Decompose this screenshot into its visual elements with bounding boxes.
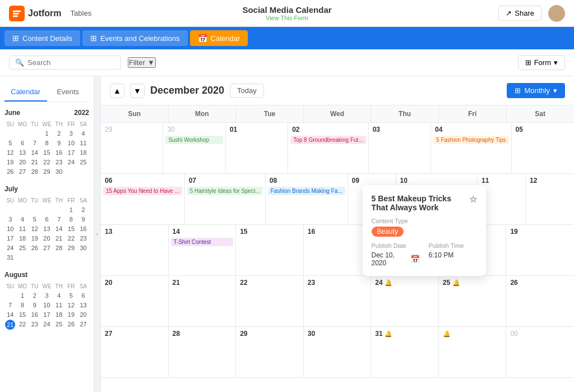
cal-week-3: 13 14 T-Shirt Contest 15 16 17 18 19 [101, 225, 574, 276]
day-header-sun: Sun [101, 105, 169, 122]
chevron-down-icon-monthly: ▾ [553, 86, 557, 95]
tab-events-celebrations[interactable]: ⊞ Events and Celebrations [82, 30, 188, 46]
avatar[interactable] [548, 5, 565, 22]
monthly-button[interactable]: ⊞ Monthly ▾ [507, 83, 565, 98]
cal-week-4: 20 21 22 23 24 🔔 25 🔔 26 [101, 276, 574, 327]
cal-cell: 24 🔔 [371, 276, 439, 326]
mini-cal-june-header: June 2022 [4, 109, 89, 117]
cal-cell: 05 [512, 123, 574, 173]
search-wrap: 🔍 [9, 56, 121, 70]
view-form-link[interactable]: View This Form [242, 15, 331, 21]
cal-cell: 03 [369, 123, 431, 173]
calendar-icon-popup: 📅 [410, 255, 420, 264]
cal-prev-button[interactable]: ▲ [110, 84, 124, 98]
page-title: Social Media Calendar [242, 5, 331, 15]
main-layout: Calendar Events June 2022 SU MO TU WE TH… [0, 76, 574, 392]
search-input[interactable] [27, 58, 122, 67]
popup-time-field: Publish Time 6:10 PM [429, 242, 477, 267]
cal-cell: 04 5 Fashion Photography Tips [431, 123, 512, 173]
popup-date-value: Dec 10, 2020 📅 [372, 251, 420, 267]
grid-icon-1: ⊞ [12, 34, 19, 43]
cal-cell: 30 Sushi Workshop [163, 123, 225, 173]
filter-button[interactable]: Filter ▼ [128, 57, 156, 68]
sidebar: Calendar Events June 2022 SU MO TU WE TH… [0, 76, 94, 392]
tab-content-details[interactable]: ⊞ Content Details [4, 30, 80, 46]
tab-calendar[interactable]: 📅 Calendar [190, 30, 248, 46]
event-pill[interactable]: T-Shirt Contest [171, 238, 234, 246]
bell-icon: 🔔 [443, 330, 451, 337]
bell-icon: 🔔 [452, 279, 460, 286]
cal-week-1: 29 30 Sushi Workshop 01 02 Top 8 Groundb… [101, 123, 574, 174]
cal-cell: 08 Fashion Brands Making Fa... [266, 174, 348, 224]
mini-cal-june: June 2022 SU MO TU WE TH FR SA 1234 5678… [4, 109, 89, 176]
cal-day-headers: Sun Mon Tue Wed Thu Fri Sat [101, 105, 574, 123]
popup-content-type-label: Content Type [372, 218, 477, 224]
form-button[interactable]: ⊞ Form ▾ [518, 55, 565, 70]
share-icon: ↗ [506, 9, 512, 17]
popup-time-value: 6:10 PM [429, 251, 477, 259]
event-pill[interactable]: Fashion Brands Making Fa... [268, 187, 345, 195]
sidebar-tabs: Calendar Events [4, 83, 89, 102]
event-pill[interactable]: Top 8 Groundbreaking Fut... [290, 136, 366, 144]
sidebar-tab-events[interactable]: Events [47, 83, 90, 102]
cal-cell: 00 [506, 327, 574, 377]
cal-week-5: 27 28 29 30 31 🔔 🔔 00 [101, 327, 574, 378]
cal-cell: 13 [101, 225, 169, 275]
bell-icon: 🔔 [385, 330, 392, 337]
popup-date-field: Publish Date Dec 10, 2020 📅 [372, 242, 420, 267]
mini-cal-july-header: July [4, 185, 89, 193]
cal-cell: 23 [304, 276, 372, 326]
cal-cell: 01 [226, 123, 288, 173]
day-header-wed: Wed [304, 105, 372, 122]
cal-cell: 21 [169, 276, 237, 326]
cal-cell-10: 10 5 Best Makeup Tricks That... 5 Best M… [396, 174, 478, 224]
cal-cell: 06 15 Apps You Need to Have ... [101, 174, 185, 224]
today-button[interactable]: Today [230, 84, 264, 98]
cal-header: ▲ ▼ December 2020 Today ⊞ Monthly ▾ [101, 76, 574, 105]
cal-cell: 12 [526, 174, 574, 224]
mini-cal-august-name: August [4, 271, 27, 279]
mini-cal-july: July SUMOTUWETHFRSA 12 3456789 101112131… [4, 185, 89, 262]
page-title-area: Social Media Calendar View This Form [242, 5, 331, 21]
logo[interactable]: Jotform [9, 6, 62, 21]
mini-cal-june-grid: SU MO TU WE TH FR SA 1234 567891011 1213… [4, 120, 89, 176]
top-nav: Jotform Tables Social Media Calendar Vie… [0, 0, 574, 27]
mini-cal-july-name: July [4, 185, 18, 193]
cal-cell: 16 [304, 225, 372, 275]
grid-icon-monthly: ⊞ [515, 86, 521, 95]
filter-icon: ▼ [147, 58, 155, 67]
event-pill[interactable]: Sushi Workshop [165, 136, 223, 144]
cal-cell: 26 [506, 276, 574, 326]
bell-icon: 🔔 [385, 279, 392, 286]
cal-cell: 20 [101, 276, 169, 326]
search-icon: 🔍 [15, 58, 24, 67]
tables-link[interactable]: Tables [71, 9, 92, 17]
cal-cell: 07 5 Hairstyle Ideas for Speci... [185, 174, 266, 224]
form-icon: ⊞ [525, 58, 531, 67]
search-bar: 🔍 Filter ▼ ⊞ Form ▾ [0, 49, 574, 76]
sidebar-tab-calendar[interactable]: Calendar [4, 83, 47, 102]
day-header-fri: Fri [439, 105, 507, 122]
cal-cell: 31 🔔 [371, 327, 439, 377]
event-pill[interactable]: 15 Apps You Need to Have ... [103, 187, 182, 195]
event-pill[interactable]: 5 Fashion Photography Tips [433, 136, 509, 144]
calendar-icon: 📅 [198, 34, 207, 43]
sidebar-collapse[interactable]: ‹ [94, 76, 101, 392]
cal-cell: 28 [169, 327, 237, 377]
day-header-tue: Tue [236, 105, 304, 122]
event-popup: 5 Best Makeup Tricks That Always Work ☆ … [363, 185, 486, 276]
calendar-main: ▲ ▼ December 2020 Today ⊞ Monthly ▾ Sun … [101, 76, 574, 392]
event-pill[interactable]: 5 Hairstyle Ideas for Speci... [187, 187, 263, 195]
grid-icon-2: ⊞ [90, 34, 97, 43]
star-icon[interactable]: ☆ [469, 194, 477, 205]
tab-bar: ⊞ Content Details ⊞ Events and Celebrati… [0, 27, 574, 49]
mini-cal-august: August SUMOTUWETHFRSA 123456 78910111213… [4, 271, 89, 330]
cal-cell: 22 [236, 276, 304, 326]
day-header-mon: Mon [169, 105, 237, 122]
cal-weeks: 29 30 Sushi Workshop 01 02 Top 8 Groundb… [101, 123, 574, 378]
mini-cal-june-year: 2022 [74, 109, 89, 117]
cal-next-button[interactable]: ▼ [130, 84, 145, 98]
mini-cal-august-header: August [4, 271, 89, 279]
share-button[interactable]: ↗ Share [498, 6, 541, 21]
mini-cal-july-grid: SUMOTUWETHFRSA 12 3456789 10111213141516… [4, 196, 89, 262]
